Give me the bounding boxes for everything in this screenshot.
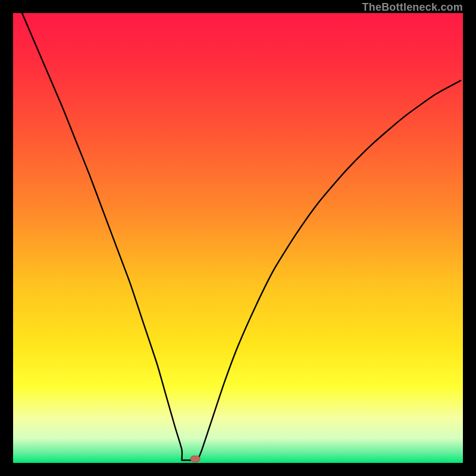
bottleneck-chart bbox=[13, 13, 463, 463]
chart-frame bbox=[13, 13, 463, 463]
watermark-label: TheBottleneck.com bbox=[362, 1, 463, 14]
gradient-background bbox=[13, 13, 463, 463]
optimal-marker bbox=[190, 456, 200, 462]
